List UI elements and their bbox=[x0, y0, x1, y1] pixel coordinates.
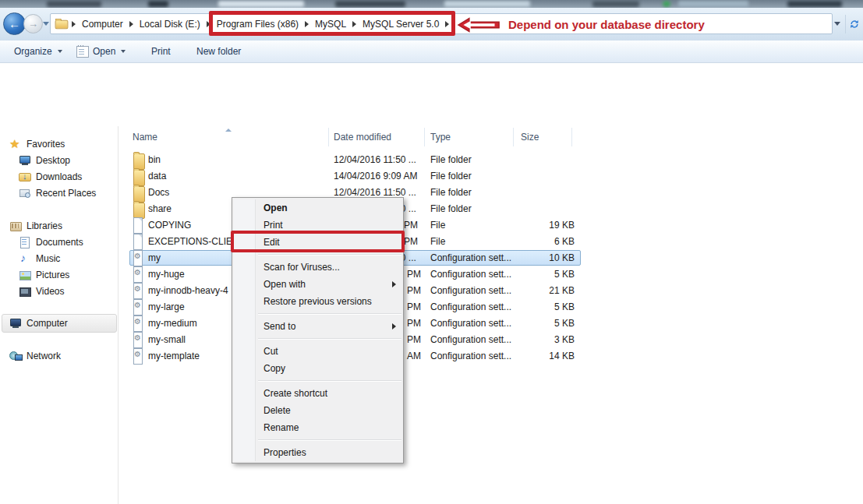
recent-pages-dropdown[interactable] bbox=[43, 22, 49, 26]
file-size bbox=[515, 201, 575, 217]
file-date-fragment: PM bbox=[407, 266, 421, 283]
file-type: File folder bbox=[430, 201, 472, 217]
back-button[interactable]: ← bbox=[3, 12, 26, 35]
file-row-bin[interactable]: bin12/04/2016 11:50 ...File folder bbox=[118, 152, 863, 168]
column-header-date-modified[interactable]: Date modified bbox=[334, 126, 391, 148]
breadcrumb-item-computer[interactable]: Computer bbox=[76, 19, 129, 30]
column-divider[interactable] bbox=[424, 128, 425, 146]
menu-separator bbox=[258, 380, 401, 382]
file-date-fragment: PM bbox=[407, 315, 421, 332]
file-date: 14/04/2016 9:09 AM bbox=[334, 168, 417, 185]
forward-button[interactable]: → bbox=[23, 14, 43, 33]
column-header-size[interactable]: Size bbox=[521, 126, 539, 148]
file-name: my-small bbox=[148, 332, 186, 348]
folder-icon bbox=[133, 186, 145, 203]
file-name: data bbox=[148, 168, 166, 185]
file-size: 3 KB bbox=[515, 332, 575, 348]
menu-item-scan-for-viruses[interactable]: Scan for Viruses... bbox=[232, 259, 403, 276]
file-size: 21 KB bbox=[515, 283, 575, 299]
config-icon bbox=[133, 348, 143, 365]
annotation-edit-box bbox=[231, 231, 405, 252]
column-header-type[interactable]: Type bbox=[430, 126, 451, 148]
column-divider[interactable] bbox=[571, 128, 572, 146]
breadcrumb-separator-icon[interactable] bbox=[72, 21, 76, 27]
sidebar-item-pictures[interactable]: Pictures bbox=[19, 266, 69, 283]
column-divider[interactable] bbox=[513, 128, 514, 146]
background-window-strip bbox=[0, 0, 863, 8]
file-row-my-large[interactable]: my-largePMConfiguration sett...5 KB bbox=[118, 299, 863, 315]
network-icon bbox=[9, 350, 22, 362]
sidebar-item-videos[interactable]: Videos bbox=[19, 283, 64, 299]
menu-item-restore-previous-versions[interactable]: Restore previous versions bbox=[232, 293, 403, 310]
file-row-my-medium[interactable]: my-mediumPMConfiguration sett...5 KB bbox=[118, 315, 863, 332]
file-row-my-huge[interactable]: my-hugePMConfiguration sett...5 KB bbox=[118, 266, 863, 283]
menu-item-open-with[interactable]: Open with bbox=[232, 276, 403, 293]
menu-item-copy[interactable]: Copy bbox=[232, 360, 403, 377]
menu-item-create-shortcut[interactable]: Create shortcut bbox=[232, 385, 403, 402]
address-separator bbox=[845, 15, 846, 33]
blurred-tab bbox=[335, 1, 405, 7]
annotation-text: Depend on your database directory bbox=[508, 18, 705, 31]
sidebar-item-downloads[interactable]: Downloads bbox=[19, 168, 82, 185]
file-row-my[interactable]: my12/04/2016 11:50 ...Configuration sett… bbox=[118, 250, 863, 266]
refresh-button[interactable] bbox=[847, 15, 861, 33]
file-size bbox=[515, 168, 575, 185]
menu-item-cut[interactable]: Cut bbox=[232, 343, 403, 360]
column-divider[interactable] bbox=[328, 128, 329, 146]
explorer-window: ← → ComputerLocal Disk (E:)Program Files… bbox=[0, 0, 863, 504]
file-type: File bbox=[430, 234, 445, 250]
file-name: my-template bbox=[148, 348, 200, 365]
menu-separator bbox=[258, 338, 401, 340]
menu-item-properties[interactable]: Properties bbox=[232, 444, 403, 461]
file-row-my-small[interactable]: my-smallPMConfiguration sett...3 KB bbox=[118, 332, 863, 348]
breadcrumb-item-local-disk-e[interactable]: Local Disk (E:) bbox=[134, 19, 206, 30]
blurred-tab bbox=[47, 1, 101, 7]
blurred-tab bbox=[218, 1, 304, 7]
sidebar-item-music[interactable]: Music bbox=[19, 250, 60, 266]
file-type: Configuration sett... bbox=[430, 250, 511, 266]
file-row-data[interactable]: data14/04/2016 9:09 AMFile folder bbox=[118, 168, 863, 185]
organize-button[interactable]: Organize bbox=[11, 41, 65, 62]
file-type: File folder bbox=[430, 168, 472, 185]
new-folder-label: New folder bbox=[196, 46, 241, 57]
sidebar-item-computer[interactable]: Computer bbox=[9, 315, 68, 331]
column-header-name[interactable]: Name bbox=[133, 126, 157, 148]
sidebar-item-desktop[interactable]: Desktop bbox=[19, 152, 70, 168]
config-icon bbox=[133, 283, 143, 299]
new-folder-button[interactable]: New folder bbox=[193, 41, 244, 62]
address-history-dropdown[interactable] bbox=[834, 22, 840, 26]
file-row-my-innodb-heavy-4[interactable]: my-innodb-heavy-4PMConfiguration sett...… bbox=[118, 283, 863, 299]
print-button[interactable]: Print bbox=[148, 41, 174, 62]
file-date: 12/04/2016 11:50 ... bbox=[334, 152, 416, 168]
file-row-docs[interactable]: Docs12/04/2016 11:50 ...File folder bbox=[118, 185, 863, 201]
sidebar-item-network[interactable]: Network bbox=[9, 347, 61, 364]
file-name: my-medium bbox=[148, 315, 197, 332]
sidebar-item-label: Libraries bbox=[27, 220, 62, 231]
menu-item-open[interactable]: Open bbox=[232, 199, 403, 217]
file-type: Configuration sett... bbox=[430, 315, 511, 332]
chevron-down-icon bbox=[58, 50, 62, 53]
folder-icon bbox=[133, 203, 145, 219]
file-row-my-template[interactable]: my-templateAMConfiguration sett...14 KB bbox=[118, 348, 863, 365]
file-name: my bbox=[148, 250, 161, 266]
notepad-icon bbox=[76, 46, 89, 58]
file-row-share[interactable]: share12/04/2016 11:50 ...File folder bbox=[118, 201, 863, 217]
submenu-arrow-icon bbox=[392, 281, 396, 287]
breadcrumb-separator-icon[interactable] bbox=[129, 21, 133, 27]
music-icon bbox=[19, 252, 31, 265]
file-size: 10 KB bbox=[515, 250, 575, 266]
sidebar-item-libraries[interactable]: Libraries bbox=[9, 217, 62, 234]
print-label: Print bbox=[151, 46, 171, 57]
menu-item-rename[interactable]: Rename bbox=[232, 419, 403, 436]
sidebar-item-documents[interactable]: Documents bbox=[19, 234, 83, 250]
file-name: my-huge bbox=[148, 266, 185, 283]
menu-item-send-to[interactable]: Send to bbox=[232, 318, 403, 335]
open-button[interactable]: Open bbox=[73, 41, 129, 62]
file-name: Docs bbox=[148, 185, 169, 201]
sidebar-item-recent-places[interactable]: Recent Places bbox=[19, 185, 96, 201]
file-name: my-innodb-heavy-4 bbox=[148, 283, 228, 299]
sidebar-item-label: Favorites bbox=[27, 139, 65, 150]
sidebar-item-favorites[interactable]: Favorites bbox=[9, 136, 65, 152]
sidebar-item-label: Network bbox=[27, 351, 61, 361]
menu-item-delete[interactable]: Delete bbox=[232, 402, 403, 419]
